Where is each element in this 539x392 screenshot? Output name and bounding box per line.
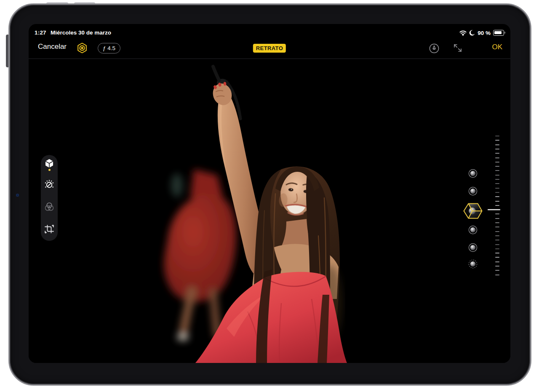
- slider-tick: [495, 222, 499, 223]
- slider-tick: [495, 149, 499, 149]
- slider-tick: [495, 253, 499, 253]
- intensity-slider-indicator[interactable]: [488, 209, 500, 211]
- portrait-mode-badge[interactable]: RETRATO: [253, 44, 286, 53]
- slider-tick: [495, 205, 499, 206]
- portrait-photo: [29, 59, 510, 363]
- aperture-button[interactable]: ƒ 4.5: [98, 43, 120, 53]
- ok-button[interactable]: OK: [492, 43, 502, 51]
- slider-tick: [495, 275, 499, 275]
- lighting-option-high-key-light-mono[interactable]: [468, 259, 478, 270]
- dnd-moon-icon: [469, 30, 475, 36]
- slider-tick: [495, 196, 499, 197]
- slider-tick: [495, 140, 499, 141]
- slider-tick: [495, 170, 499, 171]
- dial-icon: [44, 179, 55, 190]
- battery-fill: [494, 31, 502, 34]
- expand-arrows-icon: [453, 43, 462, 53]
- slider-tick: [495, 183, 499, 184]
- slider-tick: [495, 136, 499, 136]
- lighting-option-stage-light-mono[interactable]: [468, 243, 478, 254]
- slider-tick: [495, 153, 499, 154]
- status-bar: 1:27 Miércoles 30 de marzo 90 %: [29, 29, 510, 37]
- hexagon-light-icon: [76, 42, 88, 54]
- wifi-icon: [459, 30, 467, 36]
- slider-tick: [495, 227, 499, 227]
- front-camera: [16, 194, 19, 197]
- slider-tick: [495, 235, 499, 236]
- portrait-lighting-button[interactable]: [76, 42, 88, 55]
- fullscreen-button[interactable]: [452, 43, 464, 54]
- edit-toolbar: Cancelar ƒ 4.5 RETRATO: [29, 38, 510, 59]
- slider-tick: [495, 244, 499, 245]
- aperture-value: ƒ 4.5: [103, 45, 115, 51]
- ipad-screen: 1:27 Miércoles 30 de marzo 90 %: [29, 24, 510, 363]
- slider-tick: [495, 266, 499, 267]
- slider-tick: [495, 157, 499, 158]
- cube-icon: [44, 158, 54, 168]
- slider-tick: [495, 240, 499, 240]
- lighting-option-stage-light[interactable]: [468, 225, 478, 236]
- slider-tick: [495, 270, 499, 271]
- edited-indicator-dot: [48, 169, 51, 171]
- crop-rotate-icon: [44, 224, 55, 235]
- lighting-option-natural-light[interactable]: [468, 169, 478, 180]
- slider-tick: [495, 162, 499, 163]
- status-date: Miércoles 30 de marzo: [51, 29, 111, 36]
- tool-filters[interactable]: [41, 199, 58, 214]
- portrait-photo-canvas[interactable]: [29, 59, 510, 363]
- lighting-option-studio-light[interactable]: [468, 187, 478, 197]
- slider-tick: [495, 248, 499, 249]
- slider-tick: [495, 261, 499, 262]
- lighting-option-contour-light[interactable]: [463, 202, 483, 221]
- markup-button[interactable]: [428, 43, 440, 54]
- intensity-slider-ticks[interactable]: [495, 136, 499, 279]
- ipad-device-frame: 1:27 Miércoles 30 de marzo 90 %: [8, 3, 531, 386]
- tool-crop[interactable]: [41, 221, 58, 237]
- battery-icon: [493, 30, 504, 36]
- slider-tick: [495, 175, 499, 176]
- slider-tick: [495, 179, 499, 180]
- slider-tick: [495, 201, 499, 202]
- tool-adjust[interactable]: [41, 177, 58, 192]
- filters-icon: [44, 201, 55, 212]
- slider-tick: [495, 218, 499, 219]
- battery-percent-label: 90 %: [478, 30, 491, 36]
- slider-tick: [495, 144, 499, 145]
- markup-pen-icon: [429, 43, 439, 53]
- cancel-button[interactable]: Cancelar: [38, 43, 67, 51]
- slider-tick: [495, 257, 499, 258]
- slider-tick: [495, 231, 499, 232]
- slider-tick: [495, 188, 499, 189]
- slider-tick: [495, 192, 499, 193]
- status-time: 1:27: [35, 29, 46, 36]
- slider-tick: [495, 213, 499, 214]
- slider-tick: [495, 166, 499, 167]
